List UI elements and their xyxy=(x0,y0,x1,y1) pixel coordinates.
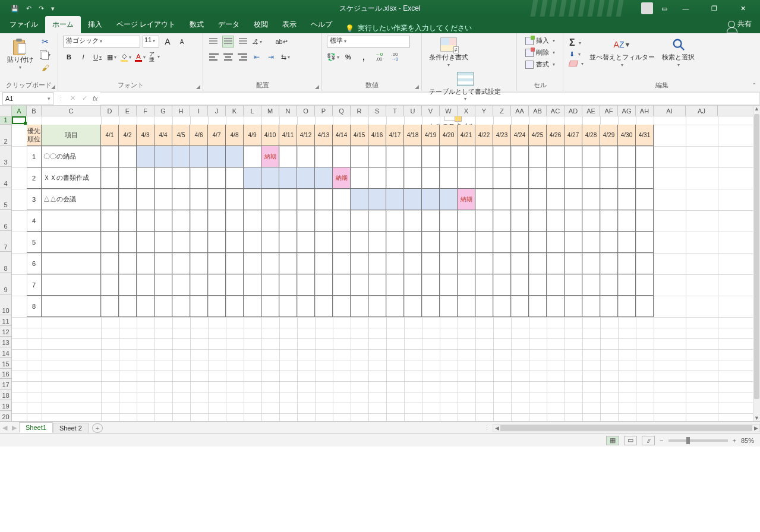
task-0-day-7[interactable] xyxy=(226,146,244,167)
task-1-day-13[interactable]: 納期 xyxy=(333,167,351,189)
align-launcher[interactable]: ◢ xyxy=(315,84,319,90)
font-size-select[interactable]: 11 xyxy=(143,36,159,48)
task-2-day-29[interactable] xyxy=(618,189,636,210)
task-3-day-12[interactable] xyxy=(315,210,333,232)
task-2-day-26[interactable] xyxy=(565,189,582,210)
task-2-day-20[interactable]: 納期 xyxy=(458,189,475,210)
task-5-day-29[interactable] xyxy=(618,253,636,274)
task-3-day-2[interactable] xyxy=(137,210,154,232)
task-0-day-2[interactable] xyxy=(137,146,154,167)
task-4-day-10[interactable] xyxy=(279,232,297,253)
task-2-day-10[interactable] xyxy=(279,189,297,210)
row-header-19[interactable]: 19 xyxy=(0,400,11,411)
task-7-day-9[interactable] xyxy=(261,296,279,317)
cells-area[interactable]: 優先 順位項目4/14/24/34/44/54/64/74/84/94/104/… xyxy=(12,116,760,422)
task-7-day-28[interactable] xyxy=(600,296,618,317)
task-7-day-23[interactable] xyxy=(511,296,529,317)
task-5-day-22[interactable] xyxy=(493,253,511,274)
column-header-K[interactable]: K xyxy=(226,106,244,116)
task-item-3[interactable] xyxy=(42,210,101,232)
column-header-AD[interactable]: AD xyxy=(565,106,582,116)
header-date-28[interactable]: 4/29 xyxy=(600,125,618,146)
column-header-AC[interactable]: AC xyxy=(547,106,565,116)
task-7-day-18[interactable] xyxy=(422,296,440,317)
task-1-day-25[interactable] xyxy=(547,167,565,189)
task-3-day-25[interactable] xyxy=(547,210,565,232)
task-5-day-4[interactable] xyxy=(172,253,190,274)
task-5-day-6[interactable] xyxy=(208,253,226,274)
ruby-button[interactable]: ア亜 xyxy=(149,51,160,63)
task-2-day-22[interactable] xyxy=(493,189,511,210)
task-5-day-3[interactable] xyxy=(154,253,172,274)
task-5-day-11[interactable] xyxy=(297,253,315,274)
column-header-A[interactable]: A xyxy=(12,106,27,116)
task-5-day-9[interactable] xyxy=(261,253,279,274)
format-as-table-button[interactable]: テーブルとして書式設定▾ xyxy=(427,70,503,103)
task-3-day-15[interactable] xyxy=(368,210,386,232)
task-5-day-28[interactable] xyxy=(600,253,618,274)
task-1-day-0[interactable] xyxy=(101,167,119,189)
wrap-text-button[interactable]: ab↵ xyxy=(276,36,288,48)
task-4-day-4[interactable] xyxy=(172,232,190,253)
sheet-tab-2[interactable]: Sheet 2 xyxy=(53,423,89,433)
vscroll-thumb[interactable] xyxy=(754,114,759,399)
task-5-day-16[interactable] xyxy=(386,253,404,274)
column-header-P[interactable]: P xyxy=(315,106,333,116)
task-3-day-4[interactable] xyxy=(172,210,190,232)
task-5-day-19[interactable] xyxy=(440,253,458,274)
qat-more-icon[interactable]: ▾ xyxy=(51,5,55,12)
task-2-day-9[interactable] xyxy=(261,189,279,210)
fill-color-button[interactable]: ◇ xyxy=(120,51,132,63)
task-5-day-14[interactable] xyxy=(351,253,368,274)
increase-decimal-button[interactable]: ←0.00 xyxy=(373,51,385,63)
number-launcher[interactable]: ◢ xyxy=(415,84,419,90)
task-item-7[interactable] xyxy=(42,296,101,317)
delete-cells-button[interactable]: 削除 xyxy=(524,48,556,58)
column-header-H[interactable]: H xyxy=(172,106,190,116)
task-1-day-15[interactable] xyxy=(368,167,386,189)
task-0-day-15[interactable] xyxy=(368,146,386,167)
column-header-AB[interactable]: AB xyxy=(529,106,547,116)
task-4-day-15[interactable] xyxy=(368,232,386,253)
orientation-button[interactable]: ⦨ xyxy=(251,36,263,48)
task-2-day-21[interactable] xyxy=(475,189,493,210)
task-6-day-2[interactable] xyxy=(137,274,154,296)
task-4-day-6[interactable] xyxy=(208,232,226,253)
task-3-day-28[interactable] xyxy=(600,210,618,232)
task-2-day-11[interactable] xyxy=(297,189,315,210)
task-4-day-17[interactable] xyxy=(404,232,422,253)
task-4-day-30[interactable] xyxy=(636,232,654,253)
task-7-day-21[interactable] xyxy=(475,296,493,317)
decrease-decimal-button[interactable]: .00→0 xyxy=(389,51,401,63)
task-0-day-8[interactable] xyxy=(244,146,261,167)
page-layout-view-button[interactable]: ▭ xyxy=(624,436,637,445)
task-6-day-5[interactable] xyxy=(190,274,208,296)
task-1-day-9[interactable] xyxy=(261,167,279,189)
task-4-day-8[interactable] xyxy=(244,232,261,253)
header-date-21[interactable]: 4/22 xyxy=(475,125,493,146)
header-date-7[interactable]: 4/8 xyxy=(226,125,244,146)
task-1-day-22[interactable] xyxy=(493,167,511,189)
fx-enter-button[interactable]: ✓ xyxy=(78,94,90,102)
align-center-button[interactable] xyxy=(222,51,234,63)
task-6-day-17[interactable] xyxy=(404,274,422,296)
column-header-I[interactable]: I xyxy=(190,106,208,116)
task-0-day-1[interactable] xyxy=(119,146,137,167)
task-7-day-22[interactable] xyxy=(493,296,511,317)
column-headers[interactable]: ABCDEFGHIJKLMNOPQRSTUVWXYZAAABACADAEAFAG… xyxy=(0,106,760,116)
header-date-0[interactable]: 4/1 xyxy=(101,125,119,146)
row-header-17[interactable]: 17 xyxy=(0,379,11,390)
task-1-day-21[interactable] xyxy=(475,167,493,189)
task-priority-2[interactable]: 3 xyxy=(27,189,42,210)
align-bottom-button[interactable] xyxy=(236,36,248,48)
border-button[interactable]: ▦ xyxy=(106,51,118,63)
header-date-2[interactable]: 4/3 xyxy=(137,125,154,146)
fx-cancel-button[interactable]: ✕ xyxy=(67,94,78,102)
align-top-button[interactable] xyxy=(208,36,220,48)
row-header-18[interactable]: 18 xyxy=(0,390,11,400)
task-5-day-26[interactable] xyxy=(565,253,582,274)
task-3-day-14[interactable] xyxy=(351,210,368,232)
task-4-day-5[interactable] xyxy=(190,232,208,253)
task-1-day-10[interactable] xyxy=(279,167,297,189)
task-7-day-5[interactable] xyxy=(190,296,208,317)
